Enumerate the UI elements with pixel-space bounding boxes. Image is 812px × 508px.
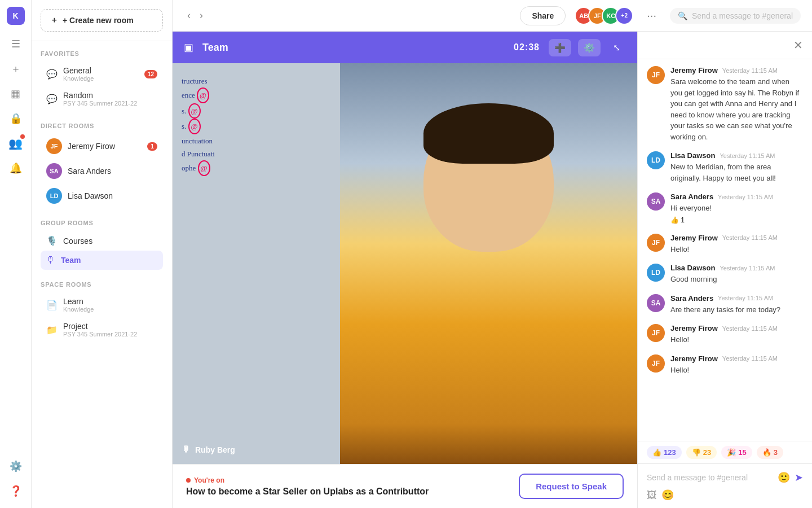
jeremy-avatar: JF xyxy=(46,138,62,154)
request-to-speak-button[interactable]: Request to Speak xyxy=(519,474,624,499)
create-room-button[interactable]: ＋ + Create new room xyxy=(41,9,163,32)
message-text: Good morning xyxy=(670,274,803,285)
sidebar-item-courses[interactable]: 🎙️ Courses xyxy=(41,231,163,251)
party-count: 15 xyxy=(738,448,746,457)
sidebar-item-learn[interactable]: 📄 Learn Knowledge xyxy=(41,292,163,317)
back-button[interactable]: ‹ xyxy=(184,7,194,24)
forward-button[interactable]: › xyxy=(196,7,206,24)
grid-icon[interactable]: ▦ xyxy=(6,84,26,104)
message-reaction: 👍 1 xyxy=(670,216,685,224)
share-button[interactable]: Share xyxy=(520,6,566,25)
general-sub: Knowledge xyxy=(63,75,139,82)
chat-message: SA Sara Anders Yesterday 11:15 AM Are th… xyxy=(647,294,803,316)
direct-rooms-section: DIRECT ROOMS JF Jeremy Firow 1 SA Sara A… xyxy=(32,113,172,211)
folder-icon: 📁 xyxy=(46,325,58,335)
learn-name: Learn xyxy=(63,297,157,306)
message-text: Hello! xyxy=(670,244,803,255)
message-time: Yesterday 11:15 AM xyxy=(720,265,775,271)
message-time: Yesterday 11:15 AM xyxy=(718,295,773,301)
author-name: Jeremy Firow xyxy=(670,324,718,332)
lock-icon[interactable]: 🔒 xyxy=(6,108,26,129)
thumbdown-reaction[interactable]: 👎 23 xyxy=(686,446,717,459)
fire-emoji: 🔥 xyxy=(762,448,771,457)
author-name: Sara Anders xyxy=(670,294,713,303)
chat-icon: 💬 xyxy=(46,94,58,104)
room-header: ▣ Team 02:38 ➕ ⚙️ ⤡ xyxy=(173,32,637,63)
search-box[interactable]: 🔍 Send a message to #general xyxy=(670,8,801,24)
menu-icon[interactable]: ☰ xyxy=(6,34,26,54)
mic-icon: 🎙️ xyxy=(46,235,58,246)
random-name: Random xyxy=(63,91,157,100)
sidebar-header: ＋ + Create new room xyxy=(32,0,172,41)
message-time: Yesterday 11:15 AM xyxy=(722,234,778,241)
favorites-section: FAVORITES 💬 General Knowledge 12 💬 Rando… xyxy=(32,41,172,113)
minimize-button[interactable]: ⤡ xyxy=(607,39,626,56)
message-text: Are there any tasks for me today? xyxy=(670,304,803,316)
sidebar: ＋ + Create new room FAVORITES 💬 General … xyxy=(32,0,173,508)
chat-message: JF Jeremy Firow Yesterday 11:15 AM Sara … xyxy=(647,66,803,142)
chat-input-placeholder[interactable]: Send a message to #general xyxy=(647,471,773,484)
search-placeholder: Send a message to #general xyxy=(692,11,793,20)
speaker-overlay: 🎙 Ruby Berg xyxy=(182,445,235,455)
avatar-count: +2 xyxy=(615,7,633,25)
sara-avatar: SA xyxy=(46,163,62,179)
more-button[interactable]: ··· xyxy=(642,7,661,24)
avatar: JF xyxy=(647,354,665,373)
board-overlay: tructures ence @ s. @ s. @ unctuation d … xyxy=(173,63,349,464)
avatar: LD xyxy=(647,264,665,282)
smile-button[interactable]: 😊 xyxy=(661,489,674,501)
help-icon[interactable]: ❓ xyxy=(6,481,26,501)
space-rooms-label: SPACE ROOMS xyxy=(41,281,163,288)
chat-message: LD Lisa Dawson Yesterday 11:15 AM New to… xyxy=(647,151,803,183)
session-info: You're on How to become a Star Seller on… xyxy=(186,476,429,497)
main-area: ‹ › Share AB JF KC +2 ··· 🔍 Send a messa… xyxy=(173,0,812,508)
people-icon[interactable]: 👥 xyxy=(6,133,26,154)
emoji-button[interactable]: 🙂 xyxy=(778,471,790,484)
sidebar-item-sara[interactable]: SA Sara Anders xyxy=(41,159,163,183)
author-name: Lisa Dawson xyxy=(670,264,715,272)
general-badge: 12 xyxy=(144,70,157,78)
message-text: Sara welcome to the team and when you ge… xyxy=(670,76,803,142)
sidebar-item-random[interactable]: 💬 Random PSY 345 Summer 2021-22 xyxy=(41,86,163,111)
sidebar-item-general[interactable]: 💬 General Knowledge 12 xyxy=(41,62,163,86)
topbar: ‹ › Share AB JF KC +2 ··· 🔍 Send a messa… xyxy=(173,0,812,32)
jeremy-badge: 1 xyxy=(147,142,157,151)
create-room-label: + Create new room xyxy=(63,16,134,25)
chat-message: JF Jeremy Firow Yesterday 11:15 AM Hello… xyxy=(647,324,803,345)
settings-icon[interactable]: ⚙️ xyxy=(6,456,26,476)
party-emoji: 🎉 xyxy=(727,448,736,457)
nav-buttons: ‹ › xyxy=(184,7,206,24)
sidebar-item-project[interactable]: 📁 Project PSY 345 Summer 2021-22 xyxy=(41,317,163,342)
space-rooms-section: SPACE ROOMS 📄 Learn Knowledge 📁 Project … xyxy=(32,272,172,344)
content-area: ▣ Team 02:38 ➕ ⚙️ ⤡ tructures ence @ xyxy=(173,32,812,508)
sidebar-item-team[interactable]: 🎙 Team xyxy=(41,251,163,270)
thumbup-reaction[interactable]: 👍 123 xyxy=(647,446,682,459)
send-button[interactable]: ➤ xyxy=(795,471,803,484)
author-name: Jeremy Firow xyxy=(670,66,718,75)
message-time: Yesterday 11:15 AM xyxy=(722,355,778,362)
chat-toolbar-row: 🖼 😊 xyxy=(647,489,803,501)
fire-reaction[interactable]: 🔥 3 xyxy=(757,446,783,459)
plus-icon[interactable]: ＋ xyxy=(6,59,26,79)
settings-button[interactable]: ⚙️ xyxy=(578,39,601,56)
avatar: JF xyxy=(647,66,665,84)
add-participant-button[interactable]: ➕ xyxy=(549,39,571,56)
live-dot xyxy=(186,478,191,483)
party-reaction[interactable]: 🎉 15 xyxy=(721,446,752,459)
sidebar-item-lisa[interactable]: LD Lisa Dawson xyxy=(41,183,163,208)
avatar: LD xyxy=(647,151,665,169)
learn-sub: Knowledge xyxy=(63,306,157,313)
image-button[interactable]: 🖼 xyxy=(647,489,657,501)
video-placeholder: tructures ence @ s. @ s. @ unctuation d … xyxy=(173,63,637,464)
chat-message: SA Sara Anders Yesterday 11:15 AM Hi eve… xyxy=(647,192,803,225)
user-avatar[interactable]: K xyxy=(7,7,25,25)
close-chat-button[interactable]: ✕ xyxy=(793,38,803,52)
session-title: How to become a Star Seller on Uplabs as… xyxy=(186,487,429,497)
video-bottom: You're on How to become a Star Seller on… xyxy=(173,464,637,508)
room-title: Team xyxy=(202,42,505,54)
thumbup-emoji: 👍 xyxy=(652,448,661,457)
sidebar-item-jeremy[interactable]: JF Jeremy Firow 1 xyxy=(41,134,163,159)
group-rooms-section: GROUP ROOMS 🎙️ Courses 🎙 Team xyxy=(32,211,172,272)
plus-icon: ＋ xyxy=(50,15,58,25)
bell-icon[interactable]: 🔔 xyxy=(6,158,26,178)
